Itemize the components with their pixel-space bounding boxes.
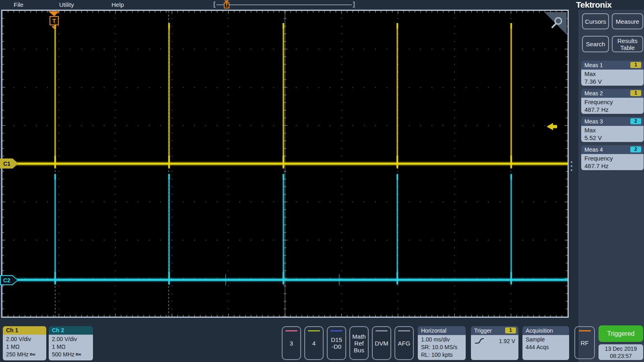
trigger-panel-header: Trigger 1 xyxy=(471,326,518,335)
meas2-panel[interactable]: Meas 2 1 Frequency 487.7 Hz xyxy=(581,89,644,114)
right-sidebar: Cursors Measure Search Results Table Mea… xyxy=(579,10,644,362)
cursors-button[interactable]: Cursors xyxy=(582,13,609,29)
math-ref-bus-button[interactable]: Math Ref Bus xyxy=(349,326,369,360)
search-button[interactable]: Search xyxy=(582,36,609,52)
channel2-bw-limit-icon: Bw xyxy=(76,352,81,356)
channel2-tag-label: C2 xyxy=(1,276,17,284)
trigger-position-flag[interactable]: T xyxy=(47,11,62,29)
channel2-badge-label: Ch 2 xyxy=(49,326,93,335)
afg-button-label: AFG xyxy=(398,340,411,347)
dvm-button-label: DVM xyxy=(375,340,388,347)
waveform-graticule[interactable] xyxy=(2,11,568,317)
channel1-bw-limit-icon: Bw xyxy=(30,352,35,356)
meas2-source-badge: 1 xyxy=(630,90,641,96)
digital-color-line xyxy=(330,330,343,331)
channel1-tag[interactable]: C1 xyxy=(0,158,18,169)
channel2-impedance: 1 MΩ xyxy=(52,343,90,351)
trigger-title: Trigger xyxy=(474,327,492,334)
record-bracket-left: [ xyxy=(213,0,216,8)
meas3-type: Max xyxy=(584,126,640,134)
digital-channels-button[interactable]: D15 -D0 xyxy=(327,326,346,360)
trigger-level-value: 1.92 V xyxy=(499,337,515,345)
trigger-panel[interactable]: Trigger 1 1.92 V xyxy=(471,326,518,360)
meas1-header: Meas 1 1 xyxy=(581,61,644,70)
measure-button[interactable]: Measure xyxy=(612,13,643,29)
horizontal-sample-rate: SR: 10.0 MS/s xyxy=(421,343,462,351)
meas4-type: Frequency xyxy=(584,154,640,162)
meas2-body: Frequency 487.7 Hz xyxy=(581,98,644,114)
rf-button[interactable]: RF xyxy=(574,326,595,359)
channel4-button-label: 4 xyxy=(312,340,316,347)
panel-drag-handle[interactable] xyxy=(570,161,573,173)
trigger-body: 1.92 V xyxy=(471,335,518,360)
menu-file[interactable]: File xyxy=(14,1,23,8)
channel3-button[interactable]: 3 xyxy=(282,326,301,360)
channel1-bandwidth-row: 250 MHzBw xyxy=(6,351,43,358)
channel1-tag-shape: C1 xyxy=(0,158,18,169)
afg-color-line xyxy=(398,330,410,331)
trigger-position-marker[interactable]: T xyxy=(223,0,230,10)
meas3-title: Meas 3 xyxy=(584,118,603,125)
trigger-flag-label: T xyxy=(50,16,59,25)
datetime-display: 13 Dec 2019 08:23:57 xyxy=(599,344,643,360)
rf-color-line xyxy=(579,330,591,331)
channel4-color-line xyxy=(308,330,320,331)
acquisition-count: 444 Acqs xyxy=(526,343,566,351)
meas1-body: Max 7.36 V xyxy=(581,70,644,86)
meas3-source-badge: 2 xyxy=(630,118,641,124)
meas2-type: Frequency xyxy=(584,98,640,106)
meas1-type: Max xyxy=(584,70,640,78)
meas4-panel[interactable]: Meas 4 2 Frequency 487.7 Hz xyxy=(581,145,644,170)
menu-utility[interactable]: Utility xyxy=(59,1,74,8)
channel2-badge-body: 2.00 V/div 1 MΩ 500 MHzBw xyxy=(49,335,93,360)
dvm-button[interactable]: DVM xyxy=(372,326,391,360)
trigger-marker-flag: T xyxy=(224,2,229,8)
channel1-scale: 2.00 V/div xyxy=(6,335,43,343)
channel1-badge[interactable]: Ch 1 2.00 V/div 1 MΩ 250 MHzBw xyxy=(3,326,46,360)
waveform-display[interactable] xyxy=(1,10,569,318)
meas3-header: Meas 3 2 xyxy=(581,117,644,126)
meas2-header: Meas 2 1 xyxy=(581,89,644,98)
channel1-tag-label: C1 xyxy=(1,159,17,168)
channel2-tag-shape: C2 xyxy=(0,275,18,285)
channel1-bandwidth: 250 MHz xyxy=(6,351,29,358)
tektronix-logo: Tektronix xyxy=(576,0,611,10)
bottom-bar: Ch 1 2.00 V/div 1 MΩ 250 MHzBw Ch 2 2.00… xyxy=(0,319,579,362)
rf-button-label: RF xyxy=(581,339,589,346)
meas4-header: Meas 4 2 xyxy=(581,145,644,154)
meas1-value: 7.36 V xyxy=(584,78,640,85)
channel3-button-label: 3 xyxy=(290,340,293,347)
record-position-indicator[interactable]: [ ] T xyxy=(213,0,356,10)
meas3-body: Max 5.52 V xyxy=(581,126,644,142)
acquisition-body: Sample 444 Acqs xyxy=(522,335,569,360)
date-value: 13 Dec 2019 xyxy=(599,345,643,352)
afg-button[interactable]: AFG xyxy=(394,326,414,360)
channel2-badge[interactable]: Ch 2 2.00 V/div 1 MΩ 500 MHzBw xyxy=(49,326,93,360)
horizontal-scale: 1.00 ms/div xyxy=(421,336,462,343)
menu-help[interactable]: Help xyxy=(111,1,124,8)
meas1-panel[interactable]: Meas 1 1 Max 7.36 V xyxy=(581,61,644,86)
results-table-button[interactable]: Results Table xyxy=(612,36,643,52)
acquisition-panel[interactable]: Acquisition Sample 444 Acqs xyxy=(522,326,569,360)
trigger-source-badge: 1 xyxy=(505,327,516,333)
dvm-color-line xyxy=(376,330,388,331)
horizontal-panel[interactable]: Horizontal 1.00 ms/div SR: 10.0 MS/s RL:… xyxy=(418,326,466,360)
channel2-bandwidth-row: 500 MHzBw xyxy=(52,351,90,358)
trigger-flag-tail-icon xyxy=(52,26,56,29)
acquisition-title: Acquisition xyxy=(522,326,569,335)
horizontal-record-length: RL: 100 kpts xyxy=(421,351,462,359)
channel4-button[interactable]: 4 xyxy=(304,326,324,360)
meas3-panel[interactable]: Meas 3 2 Max 5.52 V xyxy=(581,117,644,142)
channel2-scale: 2.00 V/div xyxy=(52,335,90,343)
meas3-value: 5.52 V xyxy=(584,134,640,142)
time-value: 08:23:57 xyxy=(599,352,643,360)
meas4-title: Meas 4 xyxy=(584,146,603,153)
channel3-color-line xyxy=(285,330,297,331)
meas4-body: Frequency 487.7 Hz xyxy=(581,154,644,170)
channel1-badge-body: 2.00 V/div 1 MΩ 250 MHzBw xyxy=(3,335,46,360)
meas2-value: 487.7 Hz xyxy=(584,106,640,113)
top-menu-bar: File Utility Help [ ] T Tektronix xyxy=(0,0,644,10)
channel2-tag[interactable]: C2 xyxy=(0,275,18,285)
record-bracket-right: ] xyxy=(353,0,355,8)
horizontal-title: Horizontal xyxy=(418,326,466,335)
